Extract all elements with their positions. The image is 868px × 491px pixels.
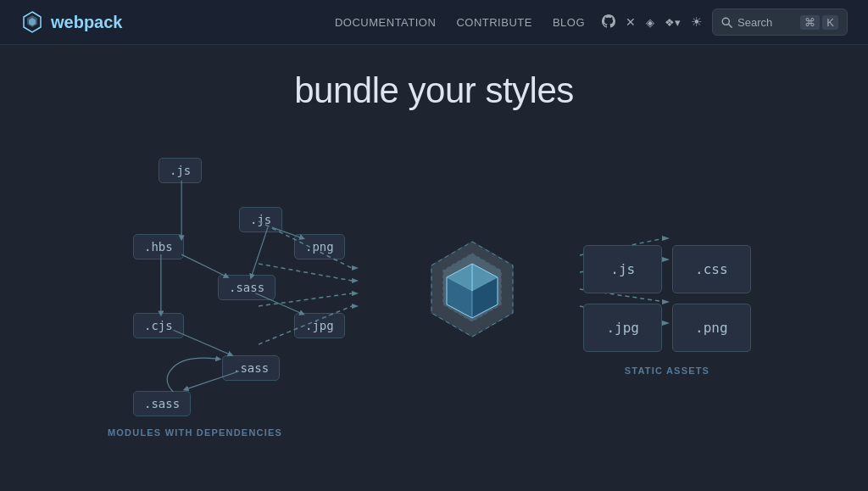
file-box-jpg: .jpg <box>294 313 345 338</box>
hero-headline: bundle your styles <box>294 70 574 111</box>
webpack-cube <box>409 234 536 361</box>
file-box-hbs: .hbs <box>133 234 184 259</box>
theme-toggle-icon[interactable]: ☀ <box>691 14 702 30</box>
svg-line-7 <box>252 227 268 276</box>
file-box-js2: .js <box>239 207 282 232</box>
nav-links: DOCUMENTATION CONTRIBUTE BLOG <box>335 16 585 29</box>
svg-line-4 <box>729 24 732 27</box>
main-content: bundle your styles .js .js .hbs .png .sa… <box>0 45 868 491</box>
svg-marker-41 <box>662 236 670 241</box>
file-box-png1: .png <box>294 234 345 259</box>
assets-section: .js .css .jpg .png STATIC ASSETS <box>574 245 760 376</box>
search-box[interactable]: Search ⌘ K <box>712 8 848 36</box>
kbd-cmd: ⌘ <box>800 15 820 30</box>
modules-label: MODULES WITH DEPENDENCIES <box>108 427 282 438</box>
asset-jpg: .jpg <box>583 304 662 352</box>
file-box-cjs: .cjs <box>133 313 184 338</box>
file-box-sass3: .sass <box>133 391 191 416</box>
nav-link-documentation[interactable]: DOCUMENTATION <box>335 16 436 29</box>
diagram: .js .js .hbs .png .sass .cjs .jpg .sass … <box>0 145 868 433</box>
assets-grid: .js .css .jpg .png <box>583 245 750 352</box>
nav-link-contribute[interactable]: CONTRIBUTE <box>456 16 532 29</box>
twitter-icon[interactable]: ✕ <box>626 15 636 29</box>
nav-icons: ✕ ◈ ❖▾ ☀ <box>602 14 702 31</box>
search-icon <box>721 17 732 28</box>
file-box-sass2: .sass <box>222 355 280 381</box>
nav-link-blog[interactable]: BLOG <box>553 16 585 29</box>
assets-label: STATIC ASSETS <box>625 365 709 376</box>
opencollective-icon[interactable]: ❖▾ <box>665 16 681 29</box>
file-box-js1: .js <box>159 158 202 183</box>
asset-js: .js <box>583 245 662 293</box>
navbar: webpack DOCUMENTATION CONTRIBUTE BLOG ✕ … <box>0 0 868 45</box>
file-box-sass1: .sass <box>218 275 275 300</box>
kbd-k: K <box>822 15 838 30</box>
svg-line-9 <box>181 254 226 276</box>
webpack-logo-icon <box>20 10 44 34</box>
asset-png: .png <box>672 304 751 352</box>
npm-icon[interactable]: ◈ <box>646 16 654 29</box>
brand-logo[interactable]: webpack <box>20 10 122 34</box>
search-label: Search <box>737 16 772 29</box>
github-icon[interactable] <box>602 14 615 31</box>
webpack-cube-section <box>370 234 574 361</box>
webpack-cube-svg <box>409 235 535 360</box>
asset-css: .css <box>672 245 751 293</box>
search-kbd-hint: ⌘ K <box>800 15 838 30</box>
modules-section: .js .js .hbs .png .sass .cjs .jpg .sass … <box>108 149 370 429</box>
